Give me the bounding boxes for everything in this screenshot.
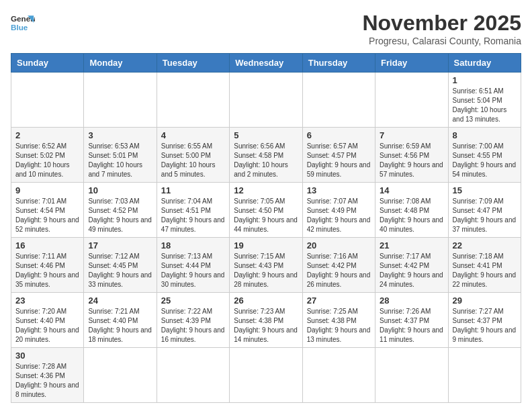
calendar-cell: 30Sunrise: 7:28 AM Sunset: 4:36 PM Dayli… [11,348,84,403]
calendar-cell: 22Sunrise: 7:18 AM Sunset: 4:41 PM Dayli… [448,238,521,293]
calendar-cell: 8Sunrise: 7:00 AM Sunset: 4:55 PM Daylig… [448,128,521,183]
day-info: Sunrise: 6:56 AM Sunset: 4:58 PM Dayligh… [234,142,298,179]
calendar-week-row: 2Sunrise: 6:52 AM Sunset: 5:02 PM Daylig… [11,128,521,183]
day-info: Sunrise: 6:53 AM Sunset: 5:01 PM Dayligh… [88,142,152,179]
calendar-cell: 20Sunrise: 7:16 AM Sunset: 4:42 PM Dayli… [302,238,375,293]
calendar-cell [302,348,375,403]
calendar-cell: 11Sunrise: 7:04 AM Sunset: 4:51 PM Dayli… [157,183,229,238]
calendar-cell: 16Sunrise: 7:11 AM Sunset: 4:46 PM Dayli… [11,238,84,293]
calendar-cell: 15Sunrise: 7:09 AM Sunset: 4:47 PM Dayli… [448,183,521,238]
calendar-week-row: 9Sunrise: 7:01 AM Sunset: 4:54 PM Daylig… [11,183,521,238]
day-info: Sunrise: 7:28 AM Sunset: 4:36 PM Dayligh… [15,362,79,400]
day-number: 23 [15,295,79,306]
day-number: 7 [380,130,443,140]
day-info: Sunrise: 6:52 AM Sunset: 5:02 PM Dayligh… [15,142,79,179]
calendar-cell: 25Sunrise: 7:22 AM Sunset: 4:39 PM Dayli… [157,293,229,348]
svg-text:Blue: Blue [11,23,28,32]
day-info: Sunrise: 7:00 AM Sunset: 4:55 PM Dayligh… [453,142,517,179]
day-number: 26 [234,295,298,306]
calendar-cell [157,348,229,403]
logo-icon: General Blue [11,11,35,35]
day-info: Sunrise: 7:23 AM Sunset: 4:38 PM Dayligh… [234,307,298,345]
day-number: 29 [453,295,517,306]
day-number: 14 [380,185,443,195]
col-header-sunday: Sunday [11,54,84,73]
day-number: 27 [307,295,371,306]
day-info: Sunrise: 7:17 AM Sunset: 4:42 PM Dayligh… [380,252,443,289]
calendar-cell: 5Sunrise: 6:56 AM Sunset: 4:58 PM Daylig… [230,128,302,183]
calendar-cell: 2Sunrise: 6:52 AM Sunset: 5:02 PM Daylig… [11,128,84,183]
day-info: Sunrise: 7:11 AM Sunset: 4:46 PM Dayligh… [15,252,79,289]
day-info: Sunrise: 7:25 AM Sunset: 4:38 PM Dayligh… [307,307,371,345]
calendar-cell: 7Sunrise: 6:59 AM Sunset: 4:56 PM Daylig… [375,128,448,183]
day-number: 5 [234,130,298,140]
day-info: Sunrise: 7:04 AM Sunset: 4:51 PM Dayligh… [161,197,225,234]
calendar-cell: 18Sunrise: 7:13 AM Sunset: 4:44 PM Dayli… [157,238,229,293]
day-info: Sunrise: 7:08 AM Sunset: 4:48 PM Dayligh… [380,197,443,234]
title-area: November 2025 Progresu, Calarasi County,… [362,11,521,46]
calendar-cell: 4Sunrise: 6:55 AM Sunset: 5:00 PM Daylig… [157,128,229,183]
calendar-cell: 1Sunrise: 6:51 AM Sunset: 5:04 PM Daylig… [448,73,521,128]
calendar-cell: 6Sunrise: 6:57 AM Sunset: 4:57 PM Daylig… [302,128,375,183]
calendar-cell: 13Sunrise: 7:07 AM Sunset: 4:49 PM Dayli… [302,183,375,238]
calendar-cell [230,348,302,403]
day-number: 22 [453,240,517,250]
day-number: 18 [161,240,225,250]
day-number: 30 [15,351,79,361]
calendar-cell [375,73,448,128]
day-info: Sunrise: 6:51 AM Sunset: 5:04 PM Dayligh… [453,87,517,124]
calendar-cell: 14Sunrise: 7:08 AM Sunset: 4:48 PM Dayli… [375,183,448,238]
day-info: Sunrise: 7:20 AM Sunset: 4:40 PM Dayligh… [15,307,79,345]
day-info: Sunrise: 7:15 AM Sunset: 4:43 PM Dayligh… [234,252,298,289]
calendar-week-row: 23Sunrise: 7:20 AM Sunset: 4:40 PM Dayli… [11,293,521,348]
calendar-cell: 27Sunrise: 7:25 AM Sunset: 4:38 PM Dayli… [302,293,375,348]
day-info: Sunrise: 7:18 AM Sunset: 4:41 PM Dayligh… [453,252,517,289]
calendar-cell: 26Sunrise: 7:23 AM Sunset: 4:38 PM Dayli… [230,293,302,348]
calendar-cell [302,73,375,128]
day-info: Sunrise: 7:13 AM Sunset: 4:44 PM Dayligh… [161,252,225,289]
day-number: 8 [453,130,517,140]
day-info: Sunrise: 7:01 AM Sunset: 4:54 PM Dayligh… [15,197,79,234]
day-number: 11 [161,185,225,195]
calendar-cell [230,73,302,128]
day-info: Sunrise: 6:55 AM Sunset: 5:00 PM Dayligh… [161,142,225,179]
day-number: 17 [88,240,152,250]
day-number: 13 [307,185,371,195]
logo: General Blue [11,11,35,35]
day-info: Sunrise: 7:05 AM Sunset: 4:50 PM Dayligh… [234,197,298,234]
calendar-cell: 29Sunrise: 7:27 AM Sunset: 4:37 PM Dayli… [448,293,521,348]
calendar-cell: 9Sunrise: 7:01 AM Sunset: 4:54 PM Daylig… [11,183,84,238]
day-info: Sunrise: 7:21 AM Sunset: 4:40 PM Dayligh… [88,307,152,345]
col-header-tuesday: Tuesday [157,54,229,73]
day-info: Sunrise: 6:59 AM Sunset: 4:56 PM Dayligh… [380,142,443,179]
header: General Blue November 2025 Progresu, Cal… [11,11,521,46]
day-info: Sunrise: 7:09 AM Sunset: 4:47 PM Dayligh… [453,197,517,234]
day-info: Sunrise: 7:07 AM Sunset: 4:49 PM Dayligh… [307,197,371,234]
day-number: 10 [88,185,152,195]
calendar-cell [448,348,521,403]
day-number: 12 [234,185,298,195]
day-number: 4 [161,130,225,140]
day-number: 16 [15,240,79,250]
col-header-friday: Friday [375,54,448,73]
day-info: Sunrise: 6:57 AM Sunset: 4:57 PM Dayligh… [307,142,371,179]
calendar-week-row: 16Sunrise: 7:11 AM Sunset: 4:46 PM Dayli… [11,238,521,293]
calendar-cell [375,348,448,403]
col-header-monday: Monday [84,54,157,73]
day-number: 25 [161,295,225,306]
day-number: 3 [88,130,152,140]
calendar-week-row: 30Sunrise: 7:28 AM Sunset: 4:36 PM Dayli… [11,348,521,403]
calendar-cell: 24Sunrise: 7:21 AM Sunset: 4:40 PM Dayli… [84,293,157,348]
day-number: 24 [88,295,152,306]
calendar-cell [84,73,157,128]
day-info: Sunrise: 7:26 AM Sunset: 4:37 PM Dayligh… [380,307,443,345]
col-header-wednesday: Wednesday [230,54,302,73]
day-info: Sunrise: 7:03 AM Sunset: 4:52 PM Dayligh… [88,197,152,234]
location-title: Progresu, Calarasi County, Romania [362,36,521,46]
calendar-cell: 23Sunrise: 7:20 AM Sunset: 4:40 PM Dayli… [11,293,84,348]
day-number: 21 [380,240,443,250]
calendar-cell: 19Sunrise: 7:15 AM Sunset: 4:43 PM Dayli… [230,238,302,293]
calendar-cell: 10Sunrise: 7:03 AM Sunset: 4:52 PM Dayli… [84,183,157,238]
calendar-week-row: 1Sunrise: 6:51 AM Sunset: 5:04 PM Daylig… [11,73,521,128]
col-header-thursday: Thursday [302,54,375,73]
